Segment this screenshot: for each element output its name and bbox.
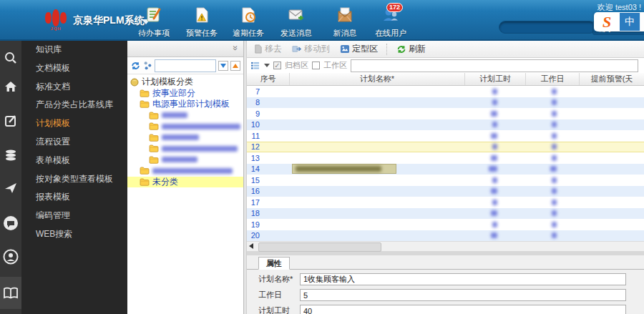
horizontal-scrollbar[interactable] xyxy=(247,241,644,251)
topbar-item-5[interactable]: 新消息 xyxy=(324,6,366,39)
sidebar-item-7[interactable]: 表单模板 xyxy=(21,152,127,170)
table-row-8[interactable]: 8 xyxy=(247,97,644,109)
sidebar-item-10[interactable]: 编码管理 xyxy=(21,207,127,225)
table-row-19[interactable]: 19 xyxy=(247,219,644,230)
collapse-panel-icon[interactable]: » xyxy=(230,45,240,50)
tree-node-redacted[interactable] xyxy=(127,132,243,144)
redacted-text xyxy=(162,112,187,118)
scroll-left-icon[interactable] xyxy=(249,243,253,249)
row-index: 20 xyxy=(247,231,290,240)
redacted-work-days xyxy=(552,188,557,194)
hierarchy-icon[interactable] xyxy=(143,61,152,70)
table-row-11[interactable]: 11 xyxy=(247,130,644,142)
scrollbar-thumb[interactable] xyxy=(258,242,381,252)
tree-node-按事业部分[interactable]: 按事业部分 xyxy=(127,88,243,99)
refresh-button[interactable]: 刷新 xyxy=(393,42,429,56)
tree-root-node[interactable]: 计划模板分类 xyxy=(127,77,243,88)
sidebar-menu: 知识库文档模板标准文档产品分类占比基线库计划模板流程设置表单模板按对象类型查看模… xyxy=(21,41,127,314)
fixed-area-button[interactable]: 定型区 xyxy=(336,42,381,56)
sidebar-item-8[interactable]: 按对象类型查看模板 xyxy=(21,170,127,189)
tree-node-redacted[interactable] xyxy=(127,165,243,177)
search-knowledge-icon[interactable] xyxy=(2,49,19,67)
tab-properties[interactable]: 属性 xyxy=(258,257,290,270)
tree-filter-input[interactable] xyxy=(155,59,216,72)
topbar-item-label: 新消息 xyxy=(324,28,366,39)
table-row-18[interactable]: 18 xyxy=(247,208,644,220)
filter-down-button[interactable] xyxy=(218,61,228,71)
topbar-item-2[interactable]: 预警任务 xyxy=(181,6,223,39)
table-header: 序号 计划名称* 计划工时 工作日 提前预警(天 xyxy=(247,73,644,86)
category-tree-panel: » 计划模板分类按事业部分电源事业部计划模板未分类 xyxy=(127,41,244,314)
sidebar-item-2[interactable]: 文档模板 xyxy=(21,59,127,78)
overdue-tasks-icon xyxy=(239,6,258,24)
redacted-work-days xyxy=(550,166,557,172)
col-header-name[interactable]: 计划名称* xyxy=(290,73,465,85)
sidebar-item-3[interactable]: 标准文档 xyxy=(21,78,127,97)
col-header-index[interactable]: 序号 xyxy=(247,73,290,85)
sidebar-item-11[interactable]: WEB搜索 xyxy=(21,225,127,244)
global-search-input[interactable] xyxy=(499,21,596,34)
sidebar-item-6[interactable]: 流程设置 xyxy=(21,133,127,152)
ime-logo-icon: S xyxy=(594,12,620,31)
tree-node-电源事业部计划模板[interactable]: 电源事业部计划模板 xyxy=(127,99,243,110)
home-icon[interactable] xyxy=(2,78,19,95)
topbar-item-3[interactable]: 逾期任务 xyxy=(228,6,269,39)
work-area-checkbox[interactable] xyxy=(312,62,320,69)
table-row-12[interactable]: 12 xyxy=(247,142,644,153)
list-view-icon[interactable] xyxy=(250,62,260,70)
toolbar-separator xyxy=(386,44,388,55)
topbar-item-1[interactable]: 待办事项 xyxy=(133,6,175,39)
tree-node-redacted[interactable] xyxy=(127,154,243,166)
table-row-10[interactable]: 10 xyxy=(247,119,644,131)
topbar-item-label: 预警任务 xyxy=(181,28,223,39)
redacted-plan-hours xyxy=(491,155,497,161)
topbar-item-label: 逾期任务 xyxy=(228,28,269,39)
col-header-days[interactable]: 工作日 xyxy=(526,73,580,85)
tree-node-redacted[interactable] xyxy=(127,110,243,122)
table-row-15[interactable]: 15 xyxy=(247,175,644,186)
move-to-button[interactable]: 移动到 xyxy=(288,42,333,56)
topbar-item-4[interactable]: 发送消息 xyxy=(275,6,317,39)
list-view-dropdown-icon[interactable] xyxy=(264,64,270,67)
tree-node-redacted[interactable] xyxy=(127,143,243,154)
sidebar-item-1[interactable]: 知识库 xyxy=(21,41,127,59)
send-plane-icon[interactable] xyxy=(2,180,19,197)
chat-bubble-icon[interactable] xyxy=(2,215,19,232)
plan-hours-input[interactable] xyxy=(300,305,626,314)
tree-toolbar xyxy=(127,57,243,74)
tree-node-未分类[interactable]: 未分类 xyxy=(127,177,243,188)
support-agent-icon[interactable] xyxy=(2,248,19,265)
table-row-16[interactable]: 16 xyxy=(247,186,644,197)
table-row-20[interactable]: 20 xyxy=(247,230,644,242)
plan-name-input[interactable] xyxy=(300,273,626,285)
filter-up-button[interactable] xyxy=(230,61,240,71)
refresh-tree-icon[interactable] xyxy=(130,61,141,71)
ime-toolbar[interactable]: S 中 xyxy=(594,12,644,31)
redacted-plan-hours xyxy=(491,232,497,238)
table-row-7[interactable]: 7 xyxy=(247,86,644,97)
remove-button[interactable]: 移去 xyxy=(250,42,286,56)
redacted-work-days xyxy=(552,155,557,161)
edit-icon[interactable] xyxy=(2,112,19,129)
col-header-hours[interactable]: 计划工时 xyxy=(465,73,526,85)
work-days-input[interactable] xyxy=(300,289,626,301)
row-index: 16 xyxy=(247,187,290,195)
table-row-13[interactable]: 13 xyxy=(247,152,644,164)
sidebar-item-9[interactable]: 报表模板 xyxy=(21,188,127,207)
database-icon[interactable] xyxy=(2,147,19,164)
redacted-work-days xyxy=(552,111,557,117)
topbar-item-6[interactable]: 172在线用户 xyxy=(370,6,411,39)
sidebar-item-4[interactable]: 产品分类占比基线库 xyxy=(21,96,127,114)
book-icon[interactable] xyxy=(0,277,21,309)
tree-node-redacted[interactable] xyxy=(127,121,243,132)
sidebar-item-5[interactable]: 计划模板 xyxy=(21,114,127,133)
table-row-9[interactable]: 9 xyxy=(247,108,644,119)
list-filter-input[interactable] xyxy=(351,59,638,72)
archive-area-checkbox[interactable]: ✓ xyxy=(273,62,281,69)
redacted-plan-hours xyxy=(492,144,497,149)
table-body: 7891011121314151617181920 xyxy=(247,86,644,241)
tree-node-label: 未分类 xyxy=(152,176,178,188)
col-header-warning[interactable]: 提前预警(天 xyxy=(580,73,644,85)
ime-mode-indicator[interactable]: 中 xyxy=(620,12,640,31)
table-row-17[interactable]: 17 xyxy=(247,197,644,208)
